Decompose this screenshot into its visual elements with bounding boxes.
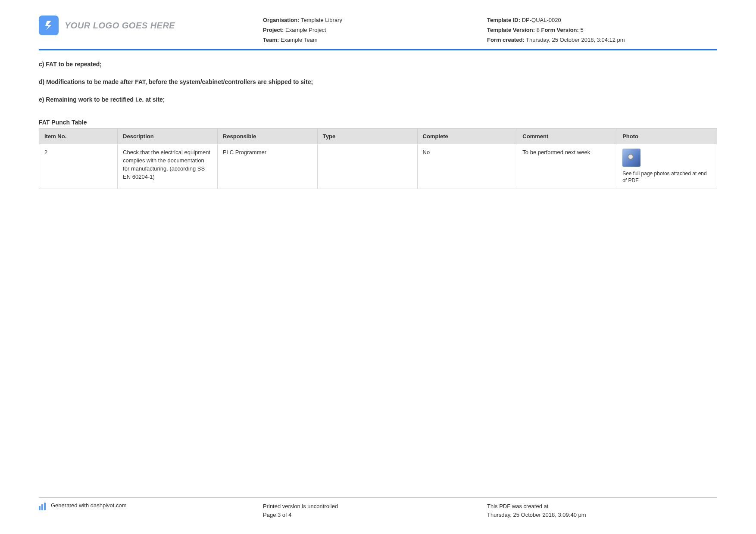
col-header-type: Type: [317, 129, 417, 144]
footer-created-info: This PDF was created at Thursday, 25 Oct…: [487, 502, 717, 519]
header-meta-right: Template ID: DP-QUAL-0020 Template Versi…: [487, 16, 717, 45]
table-header-row: Item No. Description Responsible Type Co…: [39, 129, 717, 144]
template-version-value: 8: [535, 27, 541, 33]
table-row: 2 Check that the electrical equipment co…: [39, 144, 717, 189]
organisation-value: Template Library: [300, 17, 342, 23]
line-d: d) Modifications to be made after FAT, b…: [39, 78, 717, 87]
document-footer: Generated with dashpivot.com Printed ver…: [39, 497, 717, 519]
organisation-label: Organisation:: [263, 17, 300, 23]
document-header: YOUR LOGO GOES HERE Organisation: Templa…: [39, 16, 717, 50]
app-logo-icon: [39, 16, 59, 35]
form-version-value: 5: [579, 27, 584, 33]
page-number: Page 3 of 4: [263, 511, 487, 519]
cell-description: Check that the electrical equipment comp…: [118, 144, 218, 189]
cell-item-no: 2: [39, 144, 118, 189]
body-text: c) FAT to be repeated; d) Modifications …: [39, 60, 717, 104]
template-version-label: Template Version:: [487, 27, 535, 33]
cell-type: [317, 144, 417, 189]
dashpivot-link[interactable]: dashpivot.com: [91, 502, 127, 509]
cell-photo: See full page photos attached at end of …: [617, 144, 717, 189]
uncontrolled-note: Printed version is uncontrolled: [263, 502, 487, 511]
section-title: FAT Punch Table: [39, 119, 717, 126]
logo-placeholder-text: YOUR LOGO GOES HERE: [65, 21, 175, 31]
project-value: Example Project: [284, 27, 326, 33]
photo-thumbnail-icon: [622, 149, 640, 167]
pdf-created-timestamp: Thursday, 25 October 2018, 3:09:40 pm: [487, 511, 717, 519]
form-created-value: Thursday, 25 October 2018, 3:04:12 pm: [525, 37, 625, 43]
project-label: Project:: [263, 27, 284, 33]
pdf-created-label: This PDF was created at: [487, 502, 717, 511]
col-header-item: Item No.: [39, 129, 118, 144]
footer-print-info: Printed version is uncontrolled Page 3 o…: [263, 502, 487, 519]
header-meta-mid: Organisation: Template Library Project: …: [263, 16, 487, 45]
col-header-complete: Complete: [417, 129, 517, 144]
line-e: e) Remaining work to be rectified i.e. a…: [39, 95, 717, 104]
generated-prefix: Generated with: [51, 502, 91, 509]
team-label: Team:: [263, 37, 279, 43]
template-id-label: Template ID:: [487, 17, 520, 23]
cell-complete: No: [417, 144, 517, 189]
dashpivot-logo-icon: [39, 503, 47, 510]
photo-note-text: See full page photos attached at end of …: [622, 170, 712, 184]
col-header-responsible: Responsible: [217, 129, 317, 144]
logo-block: YOUR LOGO GOES HERE: [39, 16, 263, 35]
team-value: Example Team: [279, 37, 317, 43]
fat-punch-table: Item No. Description Responsible Type Co…: [39, 128, 717, 189]
form-version-label: Form Version:: [541, 27, 578, 33]
line-c: c) FAT to be repeated;: [39, 60, 717, 69]
form-created-label: Form created:: [487, 37, 525, 43]
col-header-photo: Photo: [617, 129, 717, 144]
footer-generated: Generated with dashpivot.com: [39, 502, 263, 519]
cell-comment: To be performed next week: [517, 144, 617, 189]
col-header-comment: Comment: [517, 129, 617, 144]
cell-responsible: PLC Programmer: [217, 144, 317, 189]
template-id-value: DP-QUAL-0020: [520, 17, 561, 23]
col-header-description: Description: [118, 129, 218, 144]
